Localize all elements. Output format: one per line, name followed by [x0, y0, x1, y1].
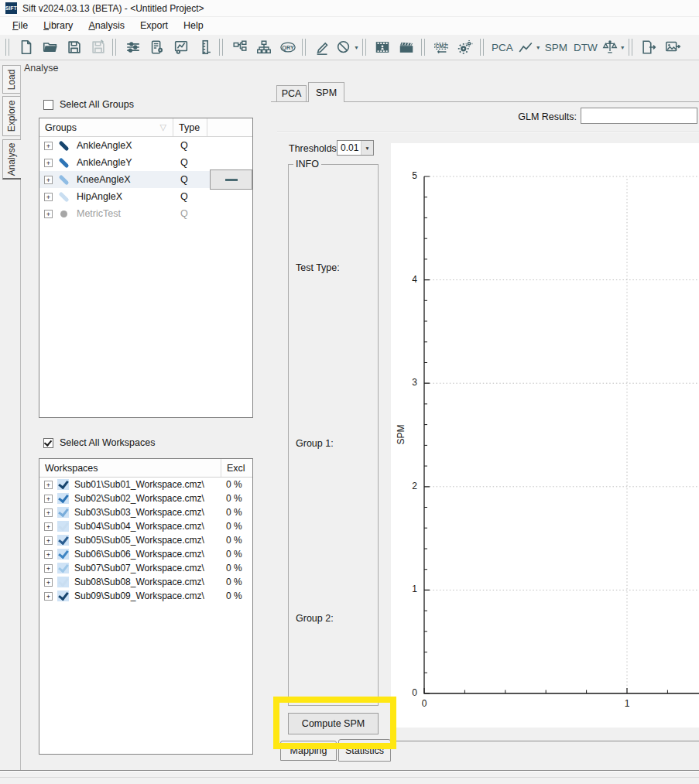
- open-project-button[interactable]: [38, 36, 62, 58]
- app-logo: SIFT: [5, 2, 17, 14]
- select-all-workspaces-checkbox[interactable]: [43, 438, 53, 448]
- disable-item-button[interactable]: ▼: [334, 36, 360, 58]
- select-all-groups-label: Select All Groups: [60, 99, 134, 110]
- export-document-button[interactable]: [637, 36, 661, 58]
- workspace-row[interactable]: + Sub01\Sub01_Workspace.cmz\ 0 %: [39, 478, 252, 491]
- sort-icon[interactable]: ▽: [160, 122, 166, 132]
- dtw-toolbar-button[interactable]: DTW: [571, 42, 601, 53]
- column-header-groups[interactable]: Groups ▽: [39, 118, 173, 136]
- menu-library[interactable]: Library: [36, 18, 81, 34]
- thresholds-combobox[interactable]: 0.01 ▼: [337, 140, 374, 156]
- workspace-check-icon[interactable]: [57, 549, 69, 560]
- expand-icon[interactable]: +: [44, 522, 53, 531]
- glm-results-input[interactable]: [581, 108, 697, 124]
- select-all-groups-checkbox[interactable]: [43, 100, 53, 110]
- workspace-name: Sub08\Sub08_Workspace.cmz\: [74, 577, 220, 587]
- clapperboard-button[interactable]: [395, 36, 419, 58]
- expand-icon[interactable]: +: [44, 193, 53, 201]
- highlight-annotation: [273, 697, 396, 749]
- ruler-button[interactable]: [193, 36, 217, 58]
- processing-gears-button[interactable]: [454, 36, 478, 58]
- trace-color-icon: [57, 174, 70, 186]
- org-chart-button[interactable]: [252, 36, 276, 58]
- expand-icon[interactable]: +: [44, 564, 53, 573]
- workspace-check-icon[interactable]: [57, 563, 69, 573]
- menu-file[interactable]: File: [5, 18, 36, 34]
- pca-toolbar-button[interactable]: PCA: [488, 42, 516, 53]
- chevron-down-icon[interactable]: ▼: [361, 141, 373, 155]
- annotate-pen-button[interactable]: [310, 36, 334, 58]
- video-analysis-button[interactable]: [371, 36, 395, 58]
- workspace-row[interactable]: + Sub07\Sub07_Workspace.cmz\ 0 %: [39, 561, 252, 575]
- title-bar: SIFT Sift v2024.03.13 (BETA) - <Untitled…: [0, 0, 699, 17]
- menu-analysis[interactable]: Analysis: [81, 18, 132, 34]
- menu-bar: File Library Analysis Export Help: [0, 17, 699, 35]
- tree-structure-button[interactable]: [228, 36, 252, 58]
- workspace-row[interactable]: + Sub09\Sub09_Workspace.cmz\ 0 %: [39, 589, 252, 603]
- group-row-kneeanglex-selected[interactable]: + KneeAngleX Q: [39, 171, 252, 188]
- bottom-panel-line: [391, 741, 699, 741]
- tab-spm[interactable]: SPM: [308, 82, 344, 102]
- workspace-row[interactable]: + Sub06\Sub06_Workspace.cmz\ 0 %: [39, 547, 252, 561]
- expand-icon[interactable]: +: [44, 142, 53, 150]
- workspace-row[interactable]: + Sub03\Sub03_Workspace.cmz\ 0 %: [39, 505, 252, 519]
- group-row-metrictest[interactable]: + MetricTest Q: [39, 205, 252, 222]
- sidebar-tab-analyse[interactable]: Analyse: [2, 139, 21, 180]
- workspace-row[interactable]: + Sub05\Sub05_Workspace.cmz\ 0 %: [39, 533, 252, 547]
- chevron-down-icon[interactable]: ▼: [536, 45, 541, 50]
- tab-pca[interactable]: PCA: [276, 85, 307, 101]
- expand-icon[interactable]: +: [44, 508, 53, 517]
- save-button[interactable]: [62, 36, 86, 58]
- chevron-down-icon[interactable]: ▼: [354, 45, 359, 50]
- expand-icon[interactable]: +: [44, 159, 53, 167]
- workspace-name: Sub06\Sub06_Workspace.cmz\: [74, 549, 220, 560]
- expand-icon[interactable]: +: [44, 210, 53, 218]
- expand-icon[interactable]: +: [44, 550, 53, 559]
- menu-help[interactable]: Help: [176, 18, 211, 34]
- workspace-check-icon[interactable]: [57, 507, 69, 518]
- save-as-button[interactable]: [86, 36, 110, 58]
- column-header-workspaces[interactable]: Workspaces: [39, 459, 221, 477]
- expand-icon[interactable]: +: [44, 592, 53, 601]
- report-settings-button[interactable]: [145, 36, 169, 58]
- spm-toolbar-button[interactable]: SPM: [542, 42, 571, 53]
- workspace-check-icon[interactable]: [57, 535, 69, 546]
- workspace-check-icon[interactable]: [57, 521, 69, 532]
- cmz-reload-button[interactable]: CMZ: [430, 36, 454, 58]
- sidebar-tab-load[interactable]: Load: [2, 65, 20, 94]
- x-tick-0: 0: [415, 698, 433, 709]
- expand-icon[interactable]: +: [44, 481, 53, 489]
- workspace-row[interactable]: + Sub02\Sub02_Workspace.cmz\ 0 %: [39, 491, 252, 505]
- workspace-excl: 0 %: [220, 507, 242, 518]
- chevron-down-icon[interactable]: ▼: [620, 45, 625, 50]
- workspace-row[interactable]: + Sub08\Sub08_Workspace.cmz\ 0 %: [39, 575, 252, 589]
- export-image-button[interactable]: [661, 36, 685, 58]
- expand-icon[interactable]: +: [44, 536, 53, 545]
- workspace-excl: 0 %: [220, 549, 242, 560]
- workspace-check-icon[interactable]: [57, 493, 69, 504]
- expand-icon[interactable]: +: [44, 495, 53, 503]
- preferences-sliders-button[interactable]: [121, 36, 145, 58]
- workspace-excl: 0 %: [220, 521, 242, 532]
- sidebar-tab-explore[interactable]: Explore: [2, 96, 20, 136]
- workspace-check-icon[interactable]: [57, 577, 69, 587]
- expand-icon[interactable]: +: [44, 176, 53, 184]
- remove-group-button[interactable]: [210, 169, 252, 190]
- line-chart-button[interactable]: ▼: [516, 36, 542, 58]
- column-header-type[interactable]: Type: [173, 118, 207, 136]
- group-row-ankleanglex[interactable]: + AnkleAngleX Q: [39, 137, 252, 154]
- new-project-button[interactable]: [14, 36, 38, 58]
- query-button[interactable]: QRY: [276, 36, 300, 58]
- y-axis-label: SPM: [396, 419, 407, 450]
- toolbar: QRY ▼ CMZ PCA ▼ SPM DTW ▼: [0, 35, 699, 60]
- compare-scales-button[interactable]: ▼: [601, 36, 626, 58]
- workspace-check-icon[interactable]: [57, 591, 69, 601]
- group-row-ankleangley[interactable]: + AnkleAngleY Q: [39, 154, 252, 171]
- menu-export[interactable]: Export: [132, 18, 176, 34]
- expand-icon[interactable]: +: [44, 578, 53, 587]
- column-header-excl[interactable]: Excl: [221, 459, 252, 477]
- workspace-check-icon[interactable]: [57, 479, 69, 490]
- workspace-row[interactable]: + Sub04\Sub04_Workspace.cmz\ 0 %: [39, 519, 252, 533]
- chart-settings-button[interactable]: [169, 36, 193, 58]
- group-row-hipanglex[interactable]: + HipAngleX Q: [39, 188, 252, 205]
